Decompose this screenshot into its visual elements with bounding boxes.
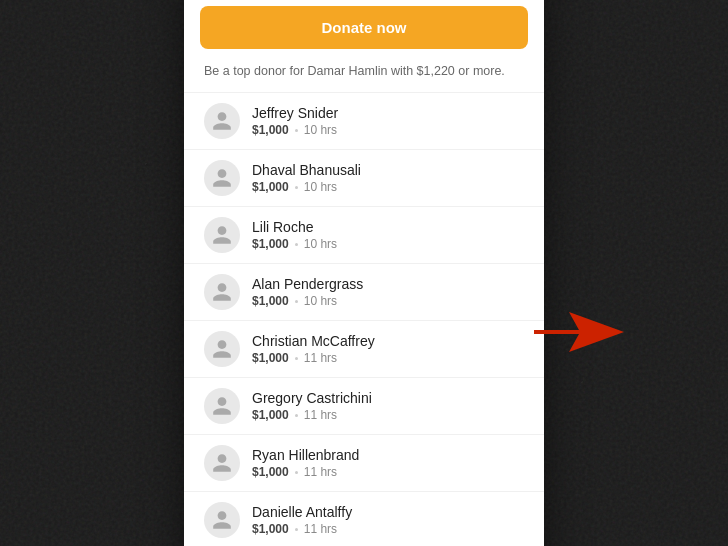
donor-amount: $1,000	[252, 351, 289, 365]
donor-meta: $1,000 11 hrs	[252, 465, 524, 479]
donation-item: Danielle Antalffy $1,000 11 hrs	[184, 491, 544, 546]
donor-name: Jeffrey Snider	[252, 105, 524, 121]
donor-name: Ryan Hillenbrand	[252, 447, 524, 463]
donor-meta: $1,000 10 hrs	[252, 237, 524, 251]
donor-name: Gregory Castrichini	[252, 390, 524, 406]
separator	[295, 300, 298, 303]
avatar	[204, 160, 240, 196]
user-icon	[211, 509, 233, 531]
donor-amount: $1,000	[252, 465, 289, 479]
donor-info: Danielle Antalffy $1,000 11 hrs	[252, 504, 524, 536]
donor-time: 10 hrs	[304, 123, 337, 137]
avatar	[204, 103, 240, 139]
donate-now-button[interactable]: Donate now	[200, 6, 528, 49]
user-icon	[211, 281, 233, 303]
user-icon	[211, 224, 233, 246]
donation-item: Gregory Castrichini $1,000 11 hrs	[184, 377, 544, 434]
donor-meta: $1,000 10 hrs	[252, 294, 524, 308]
donor-amount: $1,000	[252, 180, 289, 194]
donor-time: 10 hrs	[304, 237, 337, 251]
avatar	[204, 445, 240, 481]
donor-amount: $1,000	[252, 408, 289, 422]
donor-time: 11 hrs	[304, 465, 337, 479]
avatar	[204, 331, 240, 367]
donor-time: 10 hrs	[304, 180, 337, 194]
avatar	[204, 502, 240, 538]
separator	[295, 129, 298, 132]
donor-meta: $1,000 11 hrs	[252, 522, 524, 536]
donor-info: Alan Pendergrass $1,000 10 hrs	[252, 276, 524, 308]
donor-name: Dhaval Bhanusali	[252, 162, 524, 178]
donor-info: Ryan Hillenbrand $1,000 11 hrs	[252, 447, 524, 479]
donor-meta: $1,000 11 hrs	[252, 408, 524, 422]
donor-meta: $1,000 10 hrs	[252, 180, 524, 194]
donor-time: 11 hrs	[304, 351, 337, 365]
donor-info: Dhaval Bhanusali $1,000 10 hrs	[252, 162, 524, 194]
avatar	[204, 388, 240, 424]
separator	[295, 357, 298, 360]
donation-item: Jeffrey Snider $1,000 10 hrs	[184, 92, 544, 149]
donor-name: Danielle Antalffy	[252, 504, 524, 520]
donor-meta: $1,000 10 hrs	[252, 123, 524, 137]
separator	[295, 528, 298, 531]
donation-item: Dhaval Bhanusali $1,000 10 hrs	[184, 149, 544, 206]
separator	[295, 186, 298, 189]
top-donations-panel: Top donations See all donations × Donate…	[184, 0, 544, 546]
donation-item: Alan Pendergrass $1,000 10 hrs	[184, 263, 544, 320]
donor-amount: $1,000	[252, 237, 289, 251]
donor-meta: $1,000 11 hrs	[252, 351, 524, 365]
donor-info: Christian McCaffrey $1,000 11 hrs	[252, 333, 524, 365]
donation-item: Lili Roche $1,000 10 hrs	[184, 206, 544, 263]
donor-info: Lili Roche $1,000 10 hrs	[252, 219, 524, 251]
donor-time: 11 hrs	[304, 408, 337, 422]
donor-amount: $1,000	[252, 294, 289, 308]
donation-item: Christian McCaffrey $1,000 11 hrs	[184, 320, 544, 377]
donor-info: Jeffrey Snider $1,000 10 hrs	[252, 105, 524, 137]
separator	[295, 414, 298, 417]
donations-list: Jeffrey Snider $1,000 10 hrs Dhaval Bhan…	[184, 92, 544, 546]
user-icon	[211, 110, 233, 132]
user-icon	[211, 395, 233, 417]
donor-time: 11 hrs	[304, 522, 337, 536]
donor-amount: $1,000	[252, 522, 289, 536]
arrow-indicator	[534, 310, 624, 354]
user-icon	[211, 338, 233, 360]
avatar	[204, 274, 240, 310]
donor-name: Lili Roche	[252, 219, 524, 235]
svg-marker-0	[534, 312, 624, 352]
donation-item: Ryan Hillenbrand $1,000 11 hrs	[184, 434, 544, 491]
donor-name: Alan Pendergrass	[252, 276, 524, 292]
donor-amount: $1,000	[252, 123, 289, 137]
user-icon	[211, 452, 233, 474]
donor-info: Gregory Castrichini $1,000 11 hrs	[252, 390, 524, 422]
separator	[295, 243, 298, 246]
top-donor-note: Be a top donor for Damar Hamlin with $1,…	[184, 63, 544, 93]
donor-name: Christian McCaffrey	[252, 333, 524, 349]
separator	[295, 471, 298, 474]
user-icon	[211, 167, 233, 189]
avatar	[204, 217, 240, 253]
donor-time: 10 hrs	[304, 294, 337, 308]
